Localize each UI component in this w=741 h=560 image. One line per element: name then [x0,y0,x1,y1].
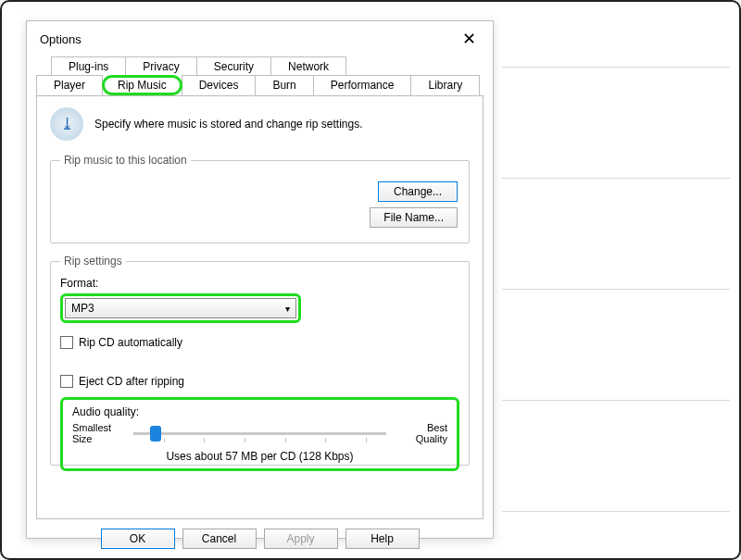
rip-settings-legend: Rip settings [60,255,126,268]
quality-slider-row: Smallest Size Best Quality [72,422,447,444]
bg-grid-line [502,67,730,68]
bg-grid-line [502,178,730,179]
intro-row: ⤓ Specify where music is stored and chan… [50,107,470,141]
auto-rip-label: Rip CD automatically [79,336,182,349]
quality-slider[interactable] [133,432,386,435]
audio-quality-label: Audio quality: [72,405,447,418]
format-highlight: MP3 ▾ [60,293,301,323]
rip-location-group: Rip music to this location Change... Fil… [50,154,470,243]
help-button[interactable]: Help [345,529,420,549]
cancel-button[interactable]: Cancel [182,529,257,549]
audio-quality-highlight: Audio quality: Smallest Size Best Qualit… [60,397,459,471]
tab-network[interactable]: Network [270,56,346,76]
auto-rip-row: Rip CD automatically [60,336,459,349]
chevron-down-icon: ▾ [285,304,290,314]
tab-burn[interactable]: Burn [255,75,313,95]
eject-checkbox[interactable] [60,375,73,388]
rip-location-legend: Rip music to this location [60,154,191,167]
intro-text: Specify where music is stored and change… [94,118,362,131]
tab-strip: Plug-ins Privacy Security Network Player… [27,56,493,95]
format-label: Format: [60,277,459,290]
format-select[interactable]: MP3 ▾ [65,298,296,318]
change-location-button[interactable]: Change... [378,181,458,202]
dialog-title: Options [40,32,82,46]
tab-content: ⤓ Specify where music is stored and chan… [36,95,484,519]
apply-button[interactable]: Apply [264,529,338,549]
file-name-button[interactable]: File Name... [370,207,458,228]
ok-button[interactable]: OK [101,529,175,549]
tab-plugins[interactable]: Plug-ins [51,56,126,76]
eject-row: Eject CD after ripping [60,375,459,388]
smallest-size-label: Smallest Size [72,422,124,444]
bg-grid-line [502,511,730,512]
titlebar: Options ✕ [27,21,493,56]
bg-grid-line [502,289,730,290]
rip-settings-group: Rip settings Format: MP3 ▾ Rip CD automa… [50,255,470,466]
tab-devices[interactable]: Devices [182,75,257,95]
tab-library[interactable]: Library [410,75,480,95]
tab-security[interactable]: Security [196,56,271,76]
tab-player[interactable]: Player [36,75,103,95]
tab-row-top: Plug-ins Privacy Security Network [51,56,484,76]
eject-label: Eject CD after ripping [79,375,184,388]
tab-row-bottom: Player Rip Music Devices Burn Performanc… [36,75,484,95]
slider-thumb[interactable] [150,426,161,442]
rip-music-icon: ⤓ [50,107,83,141]
close-button[interactable]: ✕ [455,29,484,49]
bg-grid-line [502,400,730,401]
quality-caption: Uses about 57 MB per CD (128 Kbps) [72,450,447,463]
format-value: MP3 [71,302,94,315]
tab-performance[interactable]: Performance [313,75,412,95]
tab-privacy[interactable]: Privacy [125,56,196,76]
tab-rip-music[interactable]: Rip Music [102,75,182,95]
dialog-footer: OK Cancel Apply Help [27,519,493,558]
options-dialog: Options ✕ Plug-ins Privacy Security Netw… [26,20,494,539]
best-quality-label: Best Quality [396,422,447,444]
auto-rip-checkbox[interactable] [60,336,73,349]
